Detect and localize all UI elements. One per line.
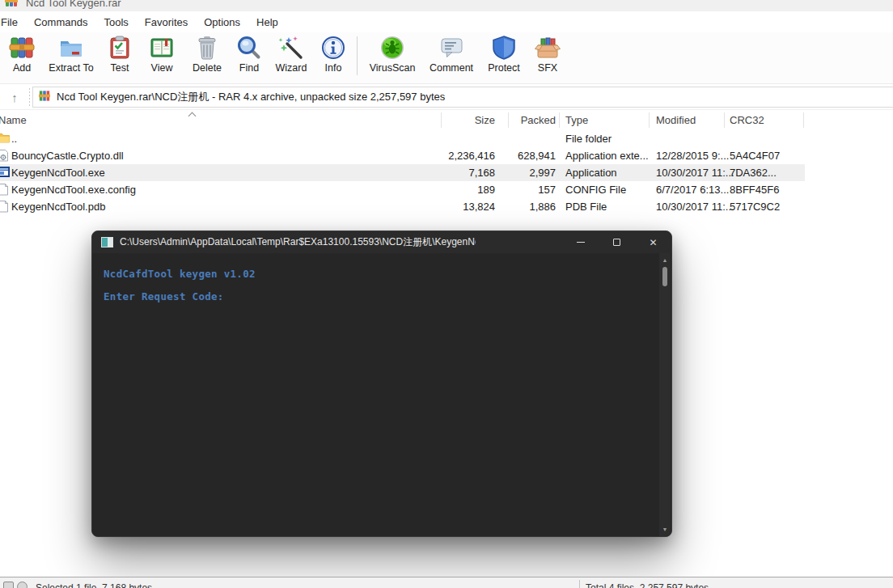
info-label: Info <box>325 62 342 74</box>
archive-add-icon <box>9 35 35 61</box>
table-row-config[interactable]: KeygenNcdTool.exe.config 189 157 CONFIG … <box>0 181 893 198</box>
add-button[interactable]: Add <box>2 35 42 82</box>
menu-options[interactable]: Options <box>196 13 248 32</box>
column-type[interactable]: Type <box>565 110 588 130</box>
winrar-titlebar[interactable]: Ncd Tool Keygen.rar <box>0 0 893 11</box>
test-button[interactable]: Test <box>100 35 139 82</box>
column-modified[interactable]: Modified <box>656 110 696 130</box>
menu-file[interactable]: File <box>0 13 26 32</box>
scrollbar-thumb[interactable] <box>662 267 667 286</box>
toolbar: Add Extract To Test <box>0 32 893 84</box>
wizard-wand-icon <box>278 35 304 61</box>
toolbar-separator <box>353 35 362 77</box>
exe-file-icon <box>0 167 10 180</box>
delete-trash-icon <box>194 35 220 61</box>
view-button[interactable]: View <box>139 35 184 82</box>
close-icon: ✕ <box>649 237 657 248</box>
table-row-parent-dir[interactable]: .. File folder <box>0 130 893 147</box>
table-row-exe[interactable]: KeygenNcdTool.exe 7,168 2,997 Applicatio… <box>0 164 893 181</box>
key-icon[interactable] <box>17 582 28 588</box>
total-info: Total 4 files, 2,257,597 bytes <box>586 582 709 588</box>
protect-button[interactable]: Protect <box>480 35 528 82</box>
menu-favorites[interactable]: Favorites <box>137 13 196 32</box>
virusscan-bug-icon <box>379 35 405 61</box>
minimize-icon <box>577 242 585 243</box>
console-app-icon <box>101 237 113 247</box>
view-label: View <box>151 62 173 74</box>
sfx-label: SFX <box>538 62 557 74</box>
comment-label: Comment <box>430 62 473 74</box>
test-label: Test <box>111 62 129 74</box>
console-titlebar[interactable]: C:\Users\Admin\AppData\Local\Temp\Rar$EX… <box>92 231 671 253</box>
statusbar-separator <box>579 580 580 588</box>
winrar-mini-icon <box>39 90 50 104</box>
info-button[interactable]: Info <box>314 35 353 82</box>
add-label: Add <box>13 62 31 74</box>
selected-info: Selected 1 file, 7,168 bytes <box>36 582 152 588</box>
protect-label: Protect <box>488 62 520 74</box>
test-clipboard-icon <box>107 35 133 61</box>
column-crc32[interactable]: CRC32 <box>730 110 764 130</box>
drive-icon[interactable] <box>3 582 14 588</box>
menu-tools[interactable]: Tools <box>95 13 136 32</box>
table-row-dll[interactable]: BouncyCastle.Crypto.dll 2,236,416 628,94… <box>0 147 893 164</box>
wizard-label: Wizard <box>276 62 307 74</box>
console-window: C:\Users\Admin\AppData\Local\Temp\Rar$EX… <box>91 231 672 537</box>
console-line: NcdCafdTool keygen v1.02 <box>104 268 256 280</box>
menu-commands[interactable]: Commands <box>26 13 95 32</box>
address-field[interactable]: Ncd Tool Keygen.rar\NCD注册机 - RAR 4.x arc… <box>32 87 893 108</box>
address-row: ↑ Ncd Tool Keygen.rar\NCD注册机 - RAR 4.x a… <box>0 84 893 110</box>
comment-bubble-icon <box>438 35 464 61</box>
extract-folder-icon <box>58 35 84 61</box>
archive-path-text: Ncd Tool Keygen.rar\NCD注册机 - RAR 4.x arc… <box>57 90 445 104</box>
close-button[interactable]: ✕ <box>635 231 671 253</box>
address-grip <box>29 88 30 106</box>
console-title: C:\Users\Admin\AppData\Local\Temp\Rar$EX… <box>120 235 476 249</box>
console-output[interactable]: NcdCafdTool keygen v1.02 Enter Request C… <box>92 253 671 537</box>
maximize-icon <box>613 239 620 246</box>
file-list-header: Name Size Packed Type Modified CRC32 <box>0 110 893 130</box>
info-icon <box>320 35 346 61</box>
scroll-up-icon[interactable]: ▲ <box>659 256 671 264</box>
comment-button[interactable]: Comment <box>423 35 480 82</box>
sort-ascending-icon[interactable] <box>189 112 196 118</box>
find-label: Find <box>239 62 259 74</box>
delete-button[interactable]: Delete <box>184 35 230 82</box>
find-magnifier-icon <box>236 35 262 61</box>
view-book-icon <box>149 35 175 61</box>
sfx-box-icon <box>535 35 561 61</box>
console-line: Enter Request Code: <box>104 290 224 302</box>
maximize-button[interactable] <box>599 231 635 253</box>
scroll-down-icon[interactable]: ▼ <box>659 526 671 534</box>
virusscan-button[interactable]: VirusScan <box>362 35 423 82</box>
find-button[interactable]: Find <box>230 35 269 82</box>
menubar: File Commands Tools Favorites Options He… <box>0 11 893 32</box>
console-scrollbar[interactable]: ▲ ▼ <box>659 253 671 537</box>
statusbar: Selected 1 file, 7,168 bytes Total 4 fil… <box>0 577 893 588</box>
virusscan-label: VirusScan <box>370 62 416 74</box>
extract-to-button[interactable]: Extract To <box>42 35 100 82</box>
table-row-pdb[interactable]: KeygenNcdTool.pdb 13,824 1,886 PDB File … <box>0 198 893 215</box>
column-packed[interactable]: Packed <box>508 110 559 130</box>
protect-shield-icon <box>491 35 517 61</box>
folder-icon <box>0 133 10 146</box>
minimize-button[interactable] <box>562 231 599 253</box>
up-one-level-button[interactable]: ↑ <box>3 87 26 108</box>
file-list: .. File folder BouncyCastle.Crypto.dll 2… <box>0 130 893 215</box>
extract-to-label: Extract To <box>49 62 93 74</box>
winrar-logo-icon <box>5 0 18 10</box>
window-title: Ncd Tool Keygen.rar <box>26 0 121 9</box>
file-icon <box>0 201 9 215</box>
sfx-button[interactable]: SFX <box>528 35 567 82</box>
delete-label: Delete <box>193 62 222 74</box>
dll-file-icon <box>0 150 9 164</box>
column-size[interactable]: Size <box>441 110 508 130</box>
column-name[interactable]: Name <box>0 110 27 130</box>
menu-help[interactable]: Help <box>248 13 286 32</box>
wizard-button[interactable]: Wizard <box>269 35 314 82</box>
screen: Ncd Tool Keygen.rar File Commands Tools … <box>0 0 893 588</box>
file-icon <box>0 184 9 198</box>
